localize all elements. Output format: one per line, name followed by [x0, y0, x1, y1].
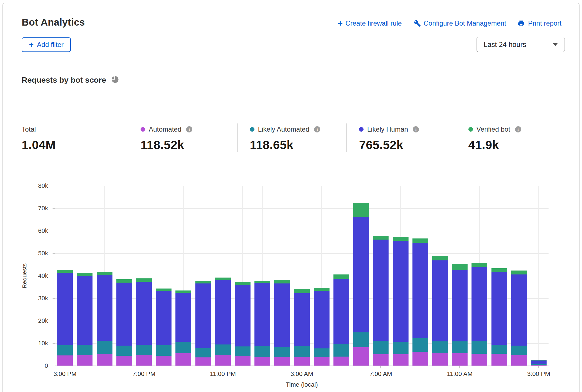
- bar-segment-automated[interactable]: [274, 357, 290, 366]
- bar-segment-likely-human[interactable]: [274, 283, 290, 347]
- bar-segment-automated[interactable]: [136, 355, 152, 366]
- bar-segment-verified-bot[interactable]: [274, 280, 290, 283]
- bar-segment-likely-human[interactable]: [195, 283, 211, 348]
- bar-segment-likely-human[interactable]: [491, 272, 507, 344]
- info-icon[interactable]: i: [314, 126, 320, 132]
- bar-segment-automated[interactable]: [333, 357, 349, 366]
- bar-segment-likely-human[interactable]: [77, 276, 93, 345]
- bar-segment-verified-bot[interactable]: [432, 256, 448, 260]
- bar-segment-likely-human[interactable]: [97, 275, 112, 341]
- bar-segment-automated[interactable]: [156, 356, 172, 366]
- bar-segment-likely-automated[interactable]: [333, 344, 349, 357]
- stacked-bar-500pm[interactable]: [97, 272, 112, 366]
- bar-segment-likely-human[interactable]: [215, 280, 231, 344]
- stacked-bar-700am[interactable]: [373, 236, 389, 366]
- time-range-dropdown[interactable]: Last 24 hours: [477, 37, 565, 52]
- bar-segment-automated[interactable]: [452, 353, 468, 366]
- bar-segment-automated[interactable]: [77, 355, 93, 366]
- bar-segment-automated[interactable]: [432, 353, 448, 366]
- bar-segment-likely-automated[interactable]: [412, 338, 428, 352]
- bar-segment-verified-bot[interactable]: [175, 290, 191, 293]
- info-icon[interactable]: i: [413, 126, 419, 132]
- bar-segment-automated[interactable]: [97, 354, 112, 366]
- bar-segment-likely-automated[interactable]: [97, 341, 112, 354]
- bar-segment-likely-human[interactable]: [314, 291, 330, 349]
- stacked-bar-700pm[interactable]: [136, 278, 152, 366]
- bar-segment-automated[interactable]: [57, 355, 73, 366]
- bar-segment-verified-bot[interactable]: [136, 278, 152, 282]
- print-report-link[interactable]: Print report: [518, 19, 561, 27]
- stacked-bar-1200am[interactable]: [235, 282, 251, 366]
- bar-segment-likely-automated[interactable]: [156, 345, 172, 356]
- bar-segment-verified-bot[interactable]: [235, 282, 251, 285]
- stacked-bar-600pm[interactable]: [116, 279, 132, 366]
- stacked-bar-200am[interactable]: [274, 280, 290, 366]
- bar-segment-likely-human[interactable]: [393, 241, 409, 342]
- bar-segment-likely-human[interactable]: [294, 293, 310, 346]
- add-filter-button[interactable]: + Add filter: [22, 37, 71, 52]
- stacked-bar-1100pm[interactable]: [215, 278, 231, 366]
- bar-segment-likely-human[interactable]: [57, 273, 73, 345]
- bar-segment-automated[interactable]: [373, 354, 389, 366]
- bar-segment-verified-bot[interactable]: [531, 360, 547, 360]
- bar-segment-likely-human[interactable]: [511, 274, 527, 346]
- bar-segment-verified-bot[interactable]: [294, 289, 310, 293]
- bar-segment-likely-automated[interactable]: [116, 346, 132, 356]
- bar-segment-likely-automated[interactable]: [294, 346, 310, 357]
- bar-segment-likely-automated[interactable]: [254, 346, 270, 357]
- bar-segment-likely-human[interactable]: [136, 282, 152, 344]
- stacked-bar-100pm[interactable]: [491, 268, 507, 366]
- bar-segment-likely-human[interactable]: [175, 293, 191, 342]
- bar-segment-likely-automated[interactable]: [57, 345, 73, 355]
- bar-segment-likely-human[interactable]: [373, 240, 389, 341]
- bar-segment-likely-automated[interactable]: [491, 345, 507, 354]
- stacked-bar-300am[interactable]: [294, 289, 310, 366]
- bar-segment-likely-human[interactable]: [452, 270, 468, 341]
- bar-segment-automated[interactable]: [215, 355, 231, 366]
- bar-segment-likely-automated[interactable]: [77, 345, 93, 355]
- bar-segment-verified-bot[interactable]: [195, 281, 211, 283]
- bar-segment-verified-bot[interactable]: [373, 236, 389, 240]
- bar-segment-likely-human[interactable]: [235, 285, 251, 346]
- bar-segment-verified-bot[interactable]: [393, 237, 409, 241]
- bar-segment-likely-human[interactable]: [116, 283, 132, 346]
- info-icon[interactable]: i: [186, 126, 192, 132]
- bar-segment-verified-bot[interactable]: [215, 278, 231, 280]
- bar-segment-likely-automated[interactable]: [195, 348, 211, 358]
- stacked-bar-800am[interactable]: [393, 237, 409, 366]
- bar-segment-automated[interactable]: [491, 354, 507, 366]
- bar-segment-verified-bot[interactable]: [511, 271, 527, 274]
- bar-segment-likely-human[interactable]: [432, 260, 448, 342]
- bar-segment-likely-automated[interactable]: [511, 346, 527, 355]
- bar-segment-verified-bot[interactable]: [353, 203, 369, 217]
- bar-segment-automated[interactable]: [412, 352, 428, 366]
- bar-segment-likely-human[interactable]: [472, 267, 487, 341]
- bar-segment-likely-human[interactable]: [333, 279, 349, 344]
- bar-segment-automated[interactable]: [314, 357, 330, 366]
- bar-segment-likely-automated[interactable]: [136, 345, 152, 355]
- bar-segment-verified-bot[interactable]: [472, 263, 487, 267]
- bar-segment-automated[interactable]: [235, 356, 251, 366]
- bar-segment-verified-bot[interactable]: [254, 281, 270, 283]
- bar-segment-likely-automated[interactable]: [472, 341, 487, 354]
- bar-segment-automated[interactable]: [294, 357, 310, 366]
- bar-segment-likely-human[interactable]: [412, 243, 428, 338]
- stacked-bar-1200pm[interactable]: [472, 263, 487, 366]
- bar-segment-automated[interactable]: [531, 365, 547, 366]
- bar-segment-automated[interactable]: [175, 353, 191, 366]
- stacked-bar-800pm[interactable]: [156, 289, 172, 366]
- stacked-bar-100am[interactable]: [254, 281, 270, 366]
- stacked-bar-300pm[interactable]: [57, 270, 73, 366]
- bar-segment-likely-automated[interactable]: [274, 347, 290, 357]
- create-firewall-rule-link[interactable]: + Create firewall rule: [338, 19, 402, 27]
- bar-segment-likely-automated[interactable]: [393, 342, 409, 354]
- bar-segment-verified-bot[interactable]: [156, 289, 172, 291]
- bar-segment-automated[interactable]: [254, 357, 270, 366]
- info-icon[interactable]: i: [515, 126, 521, 132]
- bar-segment-likely-automated[interactable]: [432, 341, 448, 353]
- bar-segment-likely-automated[interactable]: [353, 332, 369, 348]
- bar-segment-automated[interactable]: [353, 347, 369, 366]
- stacked-bar-1100am[interactable]: [452, 264, 468, 366]
- bar-segment-likely-human[interactable]: [254, 283, 270, 346]
- bar-segment-likely-automated[interactable]: [175, 342, 191, 353]
